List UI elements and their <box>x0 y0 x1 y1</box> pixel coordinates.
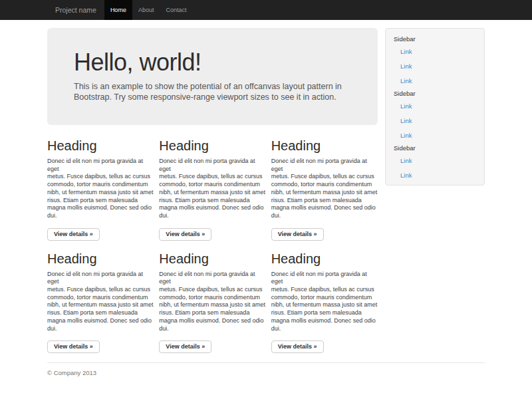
page-container: Hello, world! This is an example to show… <box>47 28 485 376</box>
sidebar-link[interactable]: Link <box>394 59 476 74</box>
navbar: Project name Home About Contact <box>0 0 532 20</box>
view-details-button[interactable]: View details » <box>271 340 324 353</box>
view-details-button[interactable]: View details » <box>47 340 100 353</box>
card-5: Heading Donec id elit non mi porta gravi… <box>159 251 265 354</box>
copyright-text: © Company 2013 <box>47 369 485 376</box>
sidebar-link[interactable]: Link <box>394 168 476 183</box>
card-body-text: Donec id elit non mi porta gravida at eg… <box>159 271 265 333</box>
sidebar-link[interactable]: Link <box>394 74 476 88</box>
sidebar-heading-2: Sidebar <box>394 88 476 99</box>
card-heading: Heading <box>47 138 154 153</box>
card-3: Heading Donec id elit non mi porta gravi… <box>271 138 378 241</box>
brand-link[interactable]: Project name <box>47 0 104 20</box>
sidebar-heading-1: Sidebar <box>394 34 476 45</box>
card-1: Heading Donec id elit non mi porta gravi… <box>47 138 154 241</box>
navbar-container: Project name Home About Contact <box>47 0 485 20</box>
sidebar-link[interactable]: Link <box>394 154 476 168</box>
view-details-button[interactable]: View details » <box>159 228 211 241</box>
nav-item-contact[interactable]: Contact <box>160 0 192 20</box>
card-grid: Heading Donec id elit non mi porta gravi… <box>47 138 378 353</box>
jumbotron: Hello, world! This is an example to show… <box>47 28 378 125</box>
page-title: Hello, world! <box>74 49 351 76</box>
card-heading: Heading <box>47 251 154 266</box>
view-details-button[interactable]: View details » <box>271 228 324 241</box>
sidebar-heading-3: Sidebar <box>394 143 476 154</box>
card-body-text: Donec id elit non mi porta gravida at eg… <box>47 271 154 333</box>
card-2: Heading Donec id elit non mi porta gravi… <box>159 138 265 241</box>
footer: © Company 2013 <box>47 362 485 376</box>
nav-item-home[interactable]: Home <box>104 0 132 20</box>
footer-divider <box>47 362 485 363</box>
content-row: Hello, world! This is an example to show… <box>47 28 485 353</box>
sidebar-link[interactable]: Link <box>394 114 476 128</box>
view-details-button[interactable]: View details » <box>159 340 211 353</box>
card-body-text: Donec id elit non mi porta gravida at eg… <box>47 158 154 220</box>
sidebar-link[interactable]: Link <box>394 45 476 59</box>
card-body-text: Donec id elit non mi porta gravida at eg… <box>271 158 378 220</box>
nav-menu: Home About Contact <box>104 0 193 20</box>
sidebar-link[interactable]: Link <box>394 128 476 143</box>
card-heading: Heading <box>159 138 265 153</box>
sidebar: Sidebar Link Link Link Sidebar Link Link… <box>385 28 485 186</box>
nav-item-about[interactable]: About <box>132 0 160 20</box>
card-4: Heading Donec id elit non mi porta gravi… <box>47 251 154 354</box>
card-6: Heading Donec id elit non mi porta gravi… <box>271 251 378 354</box>
main-content: Hello, world! This is an example to show… <box>47 28 378 353</box>
card-body-text: Donec id elit non mi porta gravida at eg… <box>159 158 265 220</box>
jumbotron-lead: This is an example to show the potential… <box>74 81 351 102</box>
card-heading: Heading <box>159 251 265 266</box>
view-details-button[interactable]: View details » <box>47 228 100 241</box>
card-heading: Heading <box>271 138 378 153</box>
card-body-text: Donec id elit non mi porta gravida at eg… <box>271 271 378 333</box>
sidebar-link[interactable]: Link <box>394 99 476 114</box>
card-heading: Heading <box>271 251 378 266</box>
